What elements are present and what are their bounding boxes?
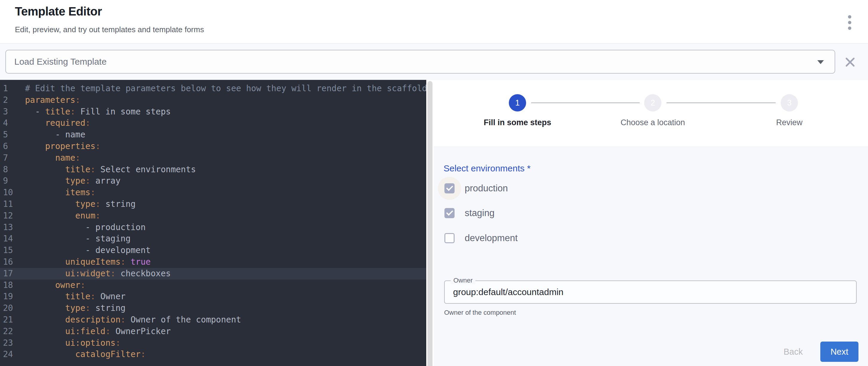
stepper-step: 2Choose a location	[608, 94, 698, 127]
line-number: 13	[0, 222, 25, 233]
code-text: owner:	[25, 280, 426, 291]
line-number: 23	[0, 337, 25, 349]
load-existing-template-select[interactable]: Load Existing Template	[5, 50, 835, 73]
back-button[interactable]: Back	[774, 341, 812, 362]
code-text: ui:field: OwnerPicker	[25, 326, 426, 337]
code-text: properties:	[25, 141, 426, 152]
line-number: 1	[0, 83, 25, 94]
line-number: 21	[0, 314, 25, 326]
step-circle: 1	[509, 94, 526, 112]
line-number: 20	[0, 303, 25, 314]
line-number: 16	[0, 256, 25, 268]
line-number: 18	[0, 280, 25, 291]
page-subtitle: Edit, preview, and try out templates and…	[15, 25, 204, 34]
code-text: type: string	[25, 303, 426, 314]
code-text: type: string	[25, 199, 426, 210]
code-line: 18 owner:	[0, 280, 426, 291]
code-line: 5 - name	[0, 129, 426, 141]
code-text: - production	[25, 222, 426, 233]
code-text: enum:	[25, 210, 426, 222]
caret-down-icon	[817, 60, 824, 64]
kebab-dot	[848, 15, 851, 19]
code-line: 12 enum:	[0, 210, 426, 222]
code-text: required:	[25, 117, 426, 129]
code-line: 13 - production	[0, 222, 426, 233]
environment-option-staging[interactable]: staging	[444, 201, 518, 226]
environments-group-label: Select environments *	[443, 163, 531, 174]
split-pane-handle[interactable]	[428, 81, 433, 366]
code-line: 16 uniqueItems: true	[0, 256, 426, 268]
line-number: 2	[0, 94, 25, 106]
code-text: - name	[25, 129, 426, 141]
code-text: ui:widget: checkboxes	[25, 268, 426, 280]
environment-option-production[interactable]: production	[444, 176, 518, 201]
code-line: 1# Edit the template parameters below to…	[0, 83, 426, 94]
code-line: 4 required:	[0, 117, 426, 129]
step-label: Review	[776, 118, 803, 127]
line-number: 5	[0, 129, 25, 141]
code-text: # Edit the template parameters below to …	[25, 83, 426, 94]
stepper-connector	[666, 102, 776, 103]
code-text: items:	[25, 187, 426, 199]
code-text: catalogFilter:	[25, 349, 426, 360]
line-number: 19	[0, 291, 25, 303]
code-line: 21 description: Owner of the component	[0, 314, 426, 326]
code-line: 7 name:	[0, 152, 426, 164]
owner-input[interactable]: group:default/accountadmin	[444, 280, 857, 304]
template-editor-screen: Template Editor Edit, preview, and try o…	[0, 0, 868, 366]
code-text: - title: Fill in some steps	[25, 106, 426, 118]
code-lines: 1# Edit the template parameters below to…	[0, 83, 426, 360]
close-icon[interactable]	[843, 55, 857, 68]
stepper-step: 3Review	[745, 94, 834, 127]
code-line: 15 - development	[0, 245, 426, 256]
code-line: 9 type: array	[0, 175, 426, 187]
checkbox-checked-icon[interactable]	[444, 208, 455, 218]
kebab-dot	[848, 21, 851, 24]
code-text: - staging	[25, 233, 426, 245]
code-text: title: Owner	[25, 291, 426, 303]
line-number: 22	[0, 326, 25, 337]
check-mark-icon	[446, 209, 453, 216]
line-number: 9	[0, 175, 25, 187]
checkbox-checked-icon[interactable]	[444, 183, 455, 193]
code-text: title: Select environments	[25, 164, 426, 176]
line-number: 15	[0, 245, 25, 256]
step-label: Fill in some steps	[484, 118, 552, 127]
line-number: 24	[0, 349, 25, 360]
kebab-menu-icon[interactable]	[843, 12, 856, 33]
owner-input-value: group:default/accountadmin	[453, 287, 563, 297]
code-line: 17 ui:widget: checkboxes	[0, 268, 426, 280]
line-number: 10	[0, 187, 25, 199]
code-line: 24 catalogFilter:	[0, 349, 426, 360]
line-number: 7	[0, 152, 25, 164]
checkbox-label[interactable]: staging	[465, 208, 495, 218]
line-number: 8	[0, 164, 25, 176]
line-number: 4	[0, 117, 25, 129]
line-number: 3	[0, 106, 25, 118]
kebab-dot	[848, 27, 851, 30]
checkbox-unchecked-icon[interactable]	[444, 233, 455, 243]
owner-helper-text: Owner of the component	[444, 309, 516, 316]
code-line: 6 properties:	[0, 141, 426, 152]
code-text: ui:options:	[25, 337, 426, 349]
code-editor[interactable]: 1# Edit the template parameters below to…	[0, 80, 426, 366]
code-text: type: array	[25, 175, 426, 187]
environment-option-development[interactable]: development	[444, 225, 518, 251]
owner-input-label: Owner	[451, 277, 475, 284]
code-line: 19 title: Owner	[0, 291, 426, 303]
step-circle: 2	[644, 94, 661, 112]
code-text: name:	[25, 152, 426, 164]
checkbox-label[interactable]: development	[465, 233, 518, 244]
code-line: 8 title: Select environments	[0, 164, 426, 176]
code-line: 11 type: string	[0, 199, 426, 210]
line-number: 12	[0, 210, 25, 222]
code-text: - development	[25, 245, 426, 256]
code-text: uniqueItems: true	[25, 256, 426, 268]
code-text: description: Owner of the component	[25, 314, 426, 326]
select-placeholder: Load Existing Template	[14, 57, 107, 67]
check-mark-icon	[446, 184, 453, 191]
checkbox-label[interactable]: production	[465, 183, 508, 194]
page-title: Template Editor	[15, 5, 102, 18]
line-number: 11	[0, 199, 25, 210]
next-button[interactable]: Next	[820, 341, 859, 362]
